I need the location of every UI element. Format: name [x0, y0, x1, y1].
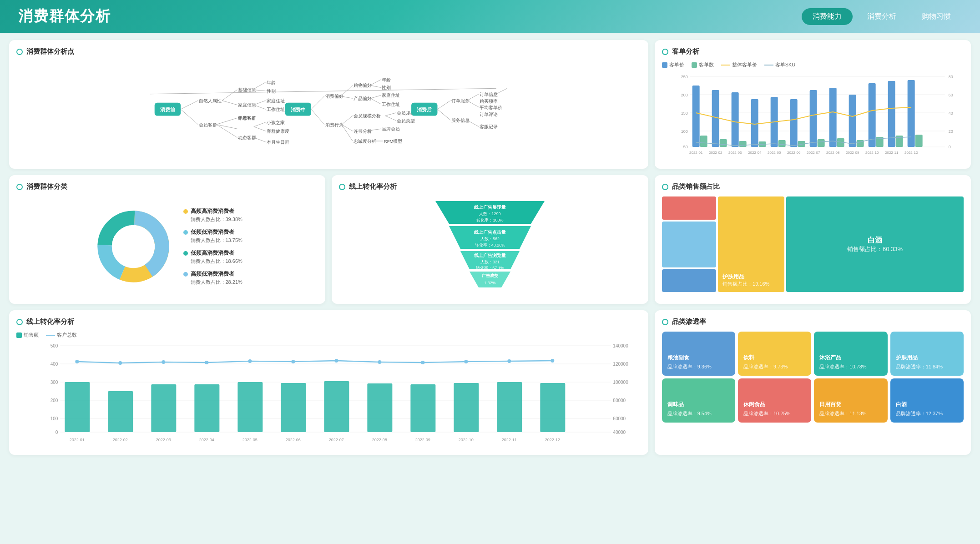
- svg-rect-175: [410, 384, 435, 432]
- nav-item-capability[interactable]: 消费能力: [802, 8, 853, 25]
- svg-text:订单评论: 订单评论: [480, 112, 498, 117]
- svg-rect-94: [700, 136, 707, 147]
- svg-line-2: [181, 101, 198, 109]
- penetration-daily: 日用百货 品牌渗透率：11.13%: [814, 378, 887, 423]
- funnel-title: 线上转化率分析: [339, 182, 641, 191]
- svg-text:2022-08: 2022-08: [372, 438, 387, 442]
- svg-line-50: [385, 113, 396, 116]
- svg-rect-171: [237, 382, 263, 432]
- cell-name: 休闲食品: [743, 401, 806, 408]
- svg-text:本月生日群: 本月生日群: [267, 140, 289, 145]
- svg-text:购物偏好: 购物偏好: [354, 83, 372, 88]
- cell-rate: 品牌渗透率：9.36%: [667, 363, 730, 370]
- svg-text:100000: 100000: [613, 380, 628, 385]
- svg-text:2022-07: 2022-07: [807, 151, 820, 155]
- title-dot: [662, 184, 668, 190]
- svg-text:2022-06: 2022-06: [787, 151, 801, 155]
- svg-text:2022-02: 2022-02: [113, 438, 128, 442]
- title-dot: [16, 49, 23, 55]
- svg-text:消费后: 消费后: [417, 107, 432, 112]
- svg-text:广告成交: 广告成交: [481, 273, 499, 278]
- title-dot: [16, 319, 23, 325]
- legend-sub: 消费人数占比：13.75%: [191, 237, 242, 244]
- bar-chart-svg: 250 200 150 100 50 80 60 40 20 0: [662, 72, 964, 158]
- svg-point-188: [464, 360, 468, 363]
- treemap-cell-teal: 白酒 销售额占比：60.33%: [786, 196, 964, 292]
- nav-item-analysis[interactable]: 消费分析: [856, 8, 907, 25]
- svg-text:小孩之家: 小孩之家: [267, 120, 285, 125]
- svg-line-36: [370, 80, 381, 85]
- treemap-cell-red: [662, 196, 716, 220]
- legend-customers: 客户总数: [46, 332, 77, 338]
- svg-rect-107: [829, 88, 836, 147]
- svg-text:家庭住址: 家庭住址: [382, 93, 400, 98]
- treemap-cell-yellow: 护肤用品 销售额占比：19.16%: [718, 196, 784, 292]
- svg-rect-93: [692, 86, 699, 147]
- penetration-grid: 粮油副食 品牌渗透率：9.36% 饮料 品牌渗透率：9.73% 沐浴产品 品牌渗…: [662, 332, 964, 423]
- legend-total-price: 整体客单价: [721, 61, 757, 68]
- svg-point-185: [334, 359, 338, 363]
- svg-text:50: 50: [683, 145, 687, 149]
- svg-line-6: [253, 82, 266, 90]
- svg-rect-113: [888, 81, 895, 147]
- consumer-group-classify-card: 消费群体分类 高频高消费消费者 消费人数占比：39.38%: [9, 175, 325, 304]
- title-dot: [662, 49, 668, 55]
- cell-label-white: 白酒: [868, 236, 882, 245]
- svg-text:120000: 120000: [613, 362, 628, 367]
- svg-rect-168: [108, 391, 133, 432]
- category-penetration-card: 品类渗透率 粮油副食 品牌渗透率：9.36% 饮料 品牌渗透率：9.73% 沐浴…: [655, 310, 971, 455]
- svg-text:RFM模型: RFM模型: [384, 139, 403, 144]
- svg-text:品牌会员: 品牌会员: [382, 126, 400, 131]
- title-dot: [339, 184, 345, 190]
- conversion-chart-title: 线上转化率分析: [16, 317, 641, 326]
- cell-rate: 品牌渗透率：9.54%: [667, 410, 730, 417]
- svg-text:转化率：57.1%: 转化率：57.1%: [476, 266, 504, 270]
- svg-text:60000: 60000: [613, 416, 626, 421]
- penetration-skincare: 护肤用品 品牌渗透率：11.84%: [890, 332, 964, 376]
- svg-line-48: [342, 116, 353, 125]
- svg-point-180: [118, 361, 122, 365]
- svg-line-52: [385, 116, 396, 121]
- svg-text:线上广告点击量: 线上广告点击量: [474, 230, 506, 235]
- svg-text:100: 100: [51, 416, 58, 421]
- svg-rect-167: [65, 382, 90, 432]
- cell-name: 沐浴产品: [819, 354, 882, 362]
- svg-line-69: [496, 88, 507, 94]
- header: 消费群体分析 消费能力 消费分析 购物习惯: [0, 0, 980, 33]
- legend-label: 客单价: [669, 61, 684, 68]
- legend-label: 销售额: [24, 332, 39, 338]
- svg-text:80: 80: [948, 75, 953, 79]
- cell-name: 护肤用品: [896, 354, 958, 362]
- svg-text:会员类型: 会员类型: [397, 118, 415, 123]
- svg-text:转化率：100%: 转化率：100%: [476, 218, 503, 222]
- svg-text:会员规模分析: 会员规模分析: [354, 113, 381, 118]
- svg-text:0: 0: [56, 430, 58, 435]
- cell-label: 护肤用品: [722, 273, 780, 281]
- svg-text:动态客群: 动态客群: [238, 135, 256, 140]
- legend-label: 客单SKU: [775, 61, 796, 68]
- svg-text:2022-09: 2022-09: [846, 151, 859, 155]
- svg-text:线上广告浏览量: 线上广告浏览量: [474, 253, 506, 258]
- svg-line-72: [467, 101, 479, 107]
- svg-rect-96: [719, 139, 727, 147]
- svg-line-64: [437, 101, 450, 109]
- svg-text:140000: 140000: [613, 343, 628, 348]
- svg-text:订单信息: 订单信息: [480, 92, 498, 97]
- cell-rate: 品牌渗透率：11.84%: [896, 363, 958, 370]
- svg-rect-173: [324, 381, 349, 432]
- svg-line-18: [217, 118, 237, 124]
- svg-text:60: 60: [948, 93, 953, 97]
- legend-label: 客单数: [699, 61, 714, 68]
- svg-line-54: [342, 125, 353, 131]
- svg-text:2022-04: 2022-04: [748, 151, 762, 155]
- svg-text:2022-05: 2022-05: [242, 438, 258, 442]
- dot: [183, 272, 188, 277]
- nav-item-habits[interactable]: 购物习惯: [911, 8, 962, 25]
- donut-chart-svg: [92, 206, 174, 287]
- svg-text:2022-12: 2022-12: [545, 438, 560, 442]
- legend-label: 高频高消费消费者: [191, 207, 234, 215]
- cell-name: 日用百货: [819, 401, 882, 408]
- legend-sku: 客单SKU: [764, 61, 796, 68]
- svg-line-58: [342, 125, 353, 141]
- legend-high-low: 高频低消费消费者 消费人数占比：28.21%: [183, 270, 242, 286]
